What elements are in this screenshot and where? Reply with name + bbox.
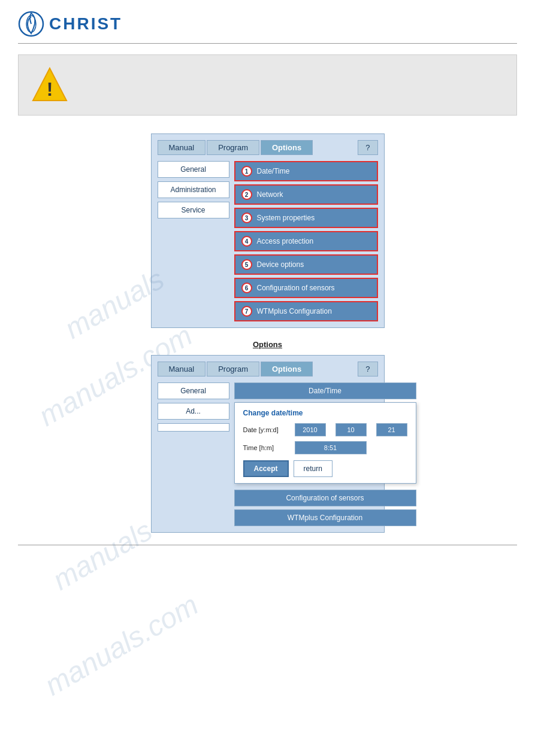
menu-item-access[interactable]: 4 Access protection: [234, 231, 378, 251]
right-col-2: Date/Time Change date/time Date [y:m:d] …: [234, 382, 416, 526]
menu-wtm-2[interactable]: WTMplus Configuration: [234, 509, 416, 526]
menu-label-access: Access protection: [257, 237, 314, 245]
logo-text: CHRIST: [49, 14, 122, 34]
badge-2: 2: [241, 189, 252, 200]
panel-1-content: General Administration Service 1 Date/Ti…: [158, 161, 378, 321]
btn-general-2[interactable]: General: [158, 382, 229, 399]
left-col-1: General Administration Service: [158, 161, 229, 321]
time-input[interactable]: [295, 441, 367, 454]
menu-label-sysprops: System properties: [257, 214, 315, 222]
panel-2: Manual Program Options ? General Ad... D…: [151, 355, 385, 533]
dialog-title: Change date/time: [243, 409, 407, 417]
tab-bar-2: Manual Program Options ?: [158, 362, 378, 377]
date-year-input[interactable]: [295, 423, 326, 436]
tab-program-2[interactable]: Program: [207, 362, 259, 377]
panel-section-1: Manual Program Options ? General Adminis…: [0, 133, 535, 328]
btn-administration-1[interactable]: Administration: [158, 181, 229, 198]
menu-item-sysprops[interactable]: 3 System properties: [234, 208, 378, 228]
tab-manual-2[interactable]: Manual: [158, 362, 206, 377]
warning-icon: !: [31, 66, 69, 104]
time-row: Time [h:m]: [243, 441, 407, 454]
tab-options-2[interactable]: Options: [261, 362, 313, 377]
date-label: Date [y:m:d]: [243, 426, 291, 433]
menu-datetime-2[interactable]: Date/Time: [234, 382, 416, 399]
accept-button[interactable]: Accept: [243, 460, 289, 477]
btn-general-1[interactable]: General: [158, 161, 229, 178]
date-sep-1: -: [330, 426, 332, 434]
menu-label-datetime: Date/Time: [257, 167, 290, 175]
watermark-4: manuals.com: [39, 588, 204, 702]
menu-item-network[interactable]: 2 Network: [234, 184, 378, 205]
tab-bar-1: Manual Program Options ?: [158, 140, 378, 155]
change-datetime-dialog: Change date/time Date [y:m:d] - - Time […: [234, 402, 416, 484]
menu-item-device[interactable]: 5 Device options: [234, 254, 378, 275]
menu-item-wtm[interactable]: 7 WTMplus Configuration: [234, 301, 378, 321]
bottom-divider: [18, 545, 517, 545]
menu-sensors-2[interactable]: Configuration of sensors: [234, 490, 416, 506]
badge-3: 3: [241, 212, 252, 223]
menu-label-sensors: Configuration of sensors: [257, 284, 335, 292]
warning-box: !: [18, 54, 517, 116]
logo: CHRIST: [18, 11, 122, 37]
dialog-actions: Accept return: [243, 460, 407, 477]
badge-1: 1: [241, 166, 252, 177]
menu-label-wtm: WTMplus Configuration: [257, 307, 332, 315]
section-label: Options: [0, 340, 535, 349]
time-label: Time [h:m]: [243, 444, 291, 451]
panel-1: Manual Program Options ? General Adminis…: [151, 133, 385, 328]
panel-section-2: Manual Program Options ? General Ad... D…: [0, 355, 535, 533]
date-month-input[interactable]: [335, 423, 367, 436]
return-button[interactable]: return: [294, 460, 333, 477]
logo-icon: [18, 11, 44, 37]
badge-4: 4: [241, 236, 252, 247]
menu-item-sensors[interactable]: 6 Configuration of sensors: [234, 278, 378, 298]
btn-service-2[interactable]: [158, 423, 229, 432]
header-divider: [18, 43, 517, 44]
date-sep-2: -: [370, 426, 373, 434]
tab-program-1[interactable]: Program: [207, 140, 259, 155]
tab-manual-1[interactable]: Manual: [158, 140, 206, 155]
btn-service-1[interactable]: Service: [158, 202, 229, 218]
menu-label-device: Device options: [257, 260, 304, 269]
date-row: Date [y:m:d] - -: [243, 423, 407, 436]
badge-5: 5: [241, 259, 252, 270]
badge-7: 7: [241, 306, 252, 317]
menu-item-datetime[interactable]: 1 Date/Time: [234, 161, 378, 181]
tab-help-2[interactable]: ?: [358, 362, 377, 377]
left-col-2: General Ad...: [158, 382, 229, 526]
header: CHRIST: [0, 0, 535, 43]
btn-admin-2[interactable]: Ad...: [158, 403, 229, 420]
panel-2-content: General Ad... Date/Time Change date/time…: [158, 382, 378, 526]
tab-help-1[interactable]: ?: [358, 140, 377, 155]
date-day-input[interactable]: [376, 423, 407, 436]
menu-label-network: Network: [257, 190, 283, 199]
badge-6: 6: [241, 283, 252, 293]
svg-text:!: !: [47, 78, 53, 100]
tab-options-1[interactable]: Options: [261, 140, 313, 155]
right-col-1: 1 Date/Time 2 Network 3 System propertie…: [234, 161, 378, 321]
